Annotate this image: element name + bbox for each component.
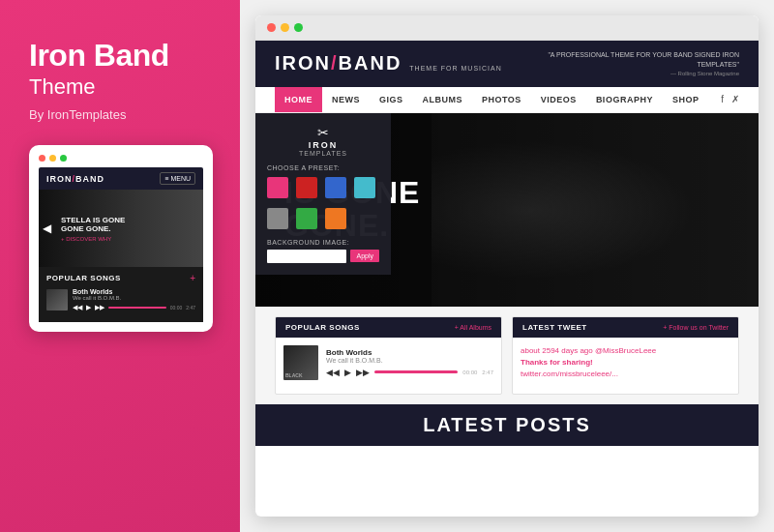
mobile-song-thumbnail xyxy=(46,289,68,310)
song-subtitle: We call it B.O.M.B. xyxy=(326,357,493,364)
nav-social: f ✗ xyxy=(721,94,739,104)
swatch-orange[interactable] xyxy=(325,208,346,229)
swatch-green[interactable] xyxy=(296,208,317,229)
tweet-text: about 2594 days ago @MissBruceLeee Thank… xyxy=(521,345,730,380)
nav-item-home[interactable]: HOME xyxy=(275,87,322,112)
prev-btn[interactable]: ◀◀ xyxy=(326,368,340,377)
all-albums-link[interactable]: + All Albums xyxy=(455,324,491,331)
latest-posts-title: LATEST POSTS xyxy=(275,414,739,436)
nav-item-videos[interactable]: VIDEOS xyxy=(531,87,586,112)
song-info: Both Worlds We call it B.O.M.B. ◀◀ ▶ ▶▶ … xyxy=(326,348,493,377)
mobile-prev-arrow[interactable]: ◀ xyxy=(39,222,55,235)
mobile-discover-link[interactable]: + DISCOVER WHY xyxy=(61,236,197,242)
product-subtitle: Theme xyxy=(29,74,211,100)
mobile-time-end: 2:47 xyxy=(186,305,195,310)
site-logo: IRON/BAND xyxy=(275,52,402,74)
site-tagline: THEME FOR MUSICIAN xyxy=(409,65,501,72)
mobile-song-info: Both Worlds We call it B.O.M.B. ◀◀ ▶ ▶▶ … xyxy=(73,288,195,311)
preset-logo-text: IRON xyxy=(267,140,379,150)
song-row: BLACK Both Worlds We call it B.O.M.B. ◀◀… xyxy=(283,345,493,380)
latest-tweet-body: about 2594 days ago @MissBruceLeee Thank… xyxy=(513,338,738,392)
preset-logo-subtext: TEMPLATES xyxy=(267,150,379,157)
browser-content: IRON/BAND THEME FOR MUSICIAN "A PROFESSI… xyxy=(255,41,759,517)
player-row: ◀◀ ▶ ▶▶ 00:00 2:47 xyxy=(326,368,493,377)
time-start: 00:00 xyxy=(462,369,477,375)
mobile-preview: IRON/BAND ≡ MENU ◀ STELLA IS GONE GONE G… xyxy=(29,145,213,332)
tweet-message: Thanks for sharing! xyxy=(521,358,593,367)
site-hero: IS GONE GONE. ✂ IRON TEMPLATES CHOOSE A … xyxy=(255,113,759,307)
nav-items: HOME NEWS GIGS ALBUMS PHOTOS VIDEOS BIOG… xyxy=(275,87,708,112)
song-thumbnail: BLACK xyxy=(283,345,318,380)
swatch-blue[interactable] xyxy=(325,177,346,198)
player-progress xyxy=(374,370,458,373)
nav-item-gigs[interactable]: GIGS xyxy=(370,87,413,112)
site-bottom-sections: POPULAR SONGS + All Albums BLACK Both Wo… xyxy=(255,307,759,404)
mobile-next-btn[interactable]: ▶▶ xyxy=(95,304,104,311)
mobile-player-controls: ◀◀ ▶ ▶▶ 00:00 2:47 xyxy=(73,304,195,311)
bg-image-label: BACKGROUND IMAGE: xyxy=(267,239,379,246)
mobile-logo: IRON/BAND xyxy=(46,174,104,184)
dot-green xyxy=(60,155,67,162)
mobile-time-start: 00:00 xyxy=(170,305,183,310)
swatch-cyan[interactable] xyxy=(354,177,375,198)
right-panel: IRON/BAND THEME FOR MUSICIAN "A PROFESSI… xyxy=(240,0,774,532)
dot-red xyxy=(39,155,45,162)
nav-item-biography[interactable]: BIOGRAPHY xyxy=(586,87,663,112)
latest-posts-banner: LATEST POSTS xyxy=(255,404,759,446)
browser-dot-green xyxy=(294,23,303,32)
browser-dot-yellow xyxy=(281,23,289,32)
dot-yellow xyxy=(49,155,56,162)
preset-logo: ✂ IRON TEMPLATES xyxy=(267,125,379,157)
nav-item-news[interactable]: NEWS xyxy=(322,87,370,112)
mobile-menu-button[interactable]: ≡ MENU xyxy=(160,172,195,185)
mobile-prev-btn[interactable]: ◀◀ xyxy=(73,304,82,311)
browser-dot-red xyxy=(267,23,276,32)
popular-songs-body: BLACK Both Worlds We call it B.O.M.B. ◀◀… xyxy=(276,338,501,394)
nav-item-photos[interactable]: PHOTOS xyxy=(472,87,531,112)
mobile-song-subtitle: We call it B.O.M.B. xyxy=(73,295,195,301)
mobile-hero-text: STELLA IS GONE GONE GONE. + DISCOVER WHY xyxy=(55,210,203,248)
mobile-header: IRON/BAND ≡ MENU xyxy=(39,167,203,190)
mobile-songs-title: POPULAR SONGS xyxy=(46,274,121,282)
preset-choose-label: CHOOSE A PRESET: xyxy=(267,164,379,171)
popular-songs-title: POPULAR SONGS xyxy=(285,323,360,332)
apply-button[interactable]: Apply xyxy=(350,250,379,262)
bg-image-input[interactable] xyxy=(267,250,346,263)
preset-logo-icon: ✂ xyxy=(267,125,379,140)
swatch-pink[interactable] xyxy=(267,177,288,198)
mobile-play-btn[interactable]: ▶ xyxy=(86,304,91,311)
site-quote: "A PROFESSIONAL THEME FOR YOUR BAND SIGN… xyxy=(546,50,739,77)
nav-item-shop[interactable]: SHOP xyxy=(663,87,709,112)
mobile-songs-plus[interactable]: + xyxy=(190,273,195,283)
product-author: By IronTemplates xyxy=(29,107,211,122)
latest-tweet-header: LATEST TWEET + Follow us on Twitter xyxy=(513,317,738,338)
follow-twitter-link[interactable]: + Follow us on Twitter xyxy=(663,324,729,331)
facebook-icon[interactable]: f xyxy=(721,94,724,104)
preset-swatches-row1 xyxy=(267,177,379,198)
mobile-songs-section: POPULAR SONGS + Both Worlds We call it B… xyxy=(39,267,203,322)
site-header: IRON/BAND THEME FOR MUSICIAN "A PROFESSI… xyxy=(255,41,759,87)
mobile-headline: STELLA IS GONE GONE GONE. xyxy=(61,216,197,234)
product-title: Iron Band xyxy=(29,39,211,73)
time-end: 2:47 xyxy=(482,369,493,375)
swatch-red[interactable] xyxy=(296,177,317,198)
play-btn[interactable]: ▶ xyxy=(344,368,351,377)
next-btn[interactable]: ▶▶ xyxy=(356,368,370,377)
swatch-gray[interactable] xyxy=(267,208,288,229)
preset-swatches-row2 xyxy=(267,208,379,229)
song-name: Both Worlds xyxy=(326,348,493,357)
latest-tweet-title: LATEST TWEET xyxy=(522,323,587,332)
tweet-link[interactable]: twitter.com/missbruceleee/... xyxy=(521,369,618,378)
site-nav: HOME NEWS GIGS ALBUMS PHOTOS VIDEOS BIOG… xyxy=(255,87,759,113)
bg-image-row: Apply xyxy=(267,250,379,263)
browser-window: IRON/BAND THEME FOR MUSICIAN "A PROFESSI… xyxy=(255,15,759,517)
mobile-progress-bar xyxy=(108,307,166,309)
nav-item-albums[interactable]: ALBUMS xyxy=(413,87,473,112)
twitter-icon[interactable]: ✗ xyxy=(731,94,739,104)
latest-tweet-section: LATEST TWEET + Follow us on Twitter abou… xyxy=(512,316,739,395)
popular-songs-header: POPULAR SONGS + All Albums xyxy=(276,317,501,338)
mobile-hero-image: ◀ STELLA IS GONE GONE GONE. + DISCOVER W… xyxy=(39,190,203,267)
browser-titlebar xyxy=(255,15,759,41)
tweet-handle[interactable]: @MissBruceLeee xyxy=(595,346,656,355)
popular-songs-section: POPULAR SONGS + All Albums BLACK Both Wo… xyxy=(275,316,502,395)
